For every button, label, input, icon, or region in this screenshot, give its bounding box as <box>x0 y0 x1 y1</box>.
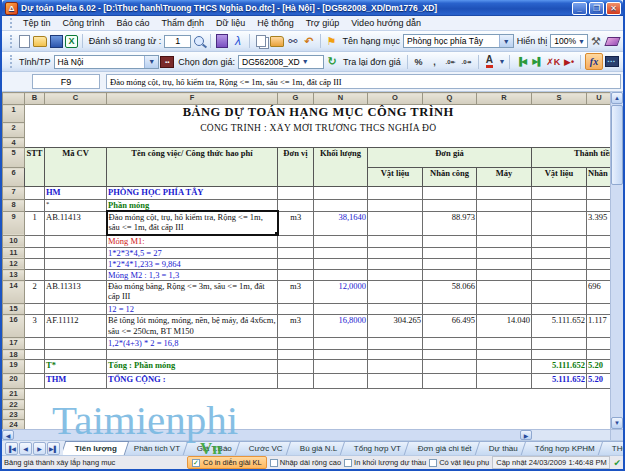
cell[interactable] <box>477 281 532 304</box>
cell[interactable] <box>532 247 587 258</box>
cell[interactable]: 1*2*3*4,5 = 27 <box>107 247 278 258</box>
cell[interactable] <box>45 270 107 281</box>
col-header-C[interactable]: C <box>45 93 107 105</box>
cell[interactable]: 1,2*(4+3) * 2 = 16,8 <box>107 338 278 350</box>
cell[interactable] <box>423 200 477 212</box>
excel-export-icon[interactable]: X <box>65 35 78 48</box>
cell[interactable] <box>368 200 423 212</box>
cell[interactable] <box>25 200 45 212</box>
cell[interactable] <box>423 247 477 258</box>
hang-muc-combobox[interactable]: Phòng học phía Tây▼ <box>403 34 514 48</box>
scroll-right-icon[interactable]: ▶ <box>520 430 532 440</box>
cell[interactable] <box>314 247 368 258</box>
cell[interactable]: 1*2*4*1,233 = 9,864 <box>107 258 278 269</box>
comma-icon[interactable]: , <box>428 55 442 69</box>
last-sheet-icon[interactable]: ▶▌ <box>47 442 60 455</box>
row-header-5[interactable]: 5 <box>3 148 25 168</box>
cell[interactable]: 304.265 <box>368 315 423 338</box>
cell[interactable]: 5.20 <box>587 360 611 374</box>
cell[interactable] <box>532 304 587 315</box>
calculator-icon[interactable]: ▪▪▪ <box>605 55 619 69</box>
cell[interactable] <box>25 350 45 360</box>
cell[interactable] <box>423 360 477 374</box>
cell[interactable]: 12 = 12 <box>107 304 278 315</box>
blank-row[interactable] <box>25 400 611 410</box>
cell[interactable]: 88.973 <box>423 211 477 235</box>
cell[interactable]: 12,0000 <box>314 281 368 304</box>
cell[interactable] <box>587 258 611 269</box>
horizontal-scrollbar[interactable]: ◀ ▶ <box>2 429 623 440</box>
cell[interactable] <box>25 235 45 247</box>
cell[interactable]: AB.11413 <box>45 211 107 235</box>
cell[interactable]: AF.11112 <box>45 315 107 338</box>
row-header-2[interactable]: 2 <box>3 123 25 138</box>
table-subheader-3[interactable]: Vật liệu <box>532 168 587 187</box>
cell[interactable]: m3 <box>278 211 314 235</box>
cell[interactable] <box>587 304 611 315</box>
unchecked-checkbox-icon[interactable] <box>344 459 352 467</box>
cell[interactable] <box>25 374 45 389</box>
col-header-F[interactable]: F <box>107 93 278 105</box>
table-subheader-4[interactable]: Nhân công <box>587 168 611 187</box>
cell[interactable] <box>587 270 611 281</box>
cell[interactable]: T* <box>45 360 107 374</box>
tinh-tp-combobox[interactable]: Hà Nội▼ <box>54 55 160 69</box>
cell[interactable] <box>532 211 587 235</box>
close-button[interactable]: ✕ <box>606 2 621 15</box>
restore-button[interactable]: ❐ <box>589 2 604 15</box>
cell[interactable] <box>587 338 611 350</box>
row-header-16[interactable]: 16 <box>3 315 25 338</box>
menu-item-1[interactable]: Công trình <box>58 17 110 29</box>
cell[interactable] <box>25 187 45 200</box>
cell[interactable] <box>25 338 45 350</box>
tab-thcpxd[interactable]: THCPXD <box>598 441 623 455</box>
notebook-icon[interactable] <box>215 34 229 48</box>
cell[interactable] <box>477 374 532 389</box>
tab-ph-n-t-ch-vt[interactable]: Phân tích VT <box>120 441 193 455</box>
refresh-icon[interactable]: ↻ <box>325 55 339 69</box>
cell[interactable]: 2 <box>25 281 45 304</box>
formula-input[interactable]: Đào móng cột, trụ, hố kiểm tra, Rộng <= … <box>106 74 621 89</box>
row-header-8[interactable]: 8 <box>3 200 25 212</box>
cell[interactable] <box>368 187 423 200</box>
cell[interactable] <box>368 258 423 269</box>
cell[interactable] <box>314 270 368 281</box>
vertical-scrollbar[interactable]: ▲ ▼ <box>610 92 623 429</box>
cell[interactable] <box>423 374 477 389</box>
row-header-15[interactable]: 15 <box>3 304 25 315</box>
minimize-button[interactable]: _ <box>572 2 587 15</box>
cell[interactable] <box>278 200 314 212</box>
cell[interactable] <box>314 235 368 247</box>
menu-item-5[interactable]: Hệ thống <box>252 17 299 29</box>
cell[interactable] <box>532 258 587 269</box>
insert-row-icon[interactable]: ▶• <box>562 55 576 69</box>
cell[interactable] <box>477 258 532 269</box>
cell[interactable]: 66.495 <box>423 315 477 338</box>
cell[interactable] <box>423 187 477 200</box>
unchecked-checkbox-icon[interactable] <box>429 459 437 467</box>
cell[interactable]: 5.111.652 <box>532 360 587 374</box>
cell[interactable]: Bê tông lót móng, móng, nền, bệ máy, đá … <box>107 315 278 338</box>
table-header-5[interactable]: Đơn giá <box>368 148 532 168</box>
cell[interactable] <box>368 350 423 360</box>
cell[interactable] <box>368 235 423 247</box>
don-gia-combobox[interactable]: DG562008_XD▼ <box>238 55 324 69</box>
tab-ti-n-l-ng[interactable]: Tiên lượng <box>63 441 129 455</box>
cell[interactable]: 1 <box>25 211 45 235</box>
row-header-11[interactable]: 11 <box>3 247 25 258</box>
blank-row[interactable] <box>25 389 611 400</box>
cell[interactable] <box>314 187 368 200</box>
table-header-2[interactable]: Tên công việc/ Công thức hao phí <box>107 148 278 187</box>
cell[interactable] <box>25 270 45 281</box>
chevron-down-icon[interactable]: ▼ <box>576 38 587 45</box>
unchecked-checkbox-icon[interactable] <box>270 459 278 467</box>
cell[interactable] <box>25 247 45 258</box>
blank-row[interactable] <box>25 410 611 420</box>
checkbox-co-vat-lieu-phu[interactable]: Có vật liệu phụ <box>429 458 489 467</box>
binoculars-icon[interactable]: ⚯ <box>286 34 300 48</box>
cell[interactable]: PHÒNG HỌC PHÍA TÂY <box>107 187 278 200</box>
col-header-N[interactable]: N <box>314 93 368 105</box>
table-header-6[interactable]: Thành tiền <box>532 148 611 168</box>
row-header-19[interactable]: 19 <box>3 360 25 374</box>
cell[interactable] <box>423 235 477 247</box>
